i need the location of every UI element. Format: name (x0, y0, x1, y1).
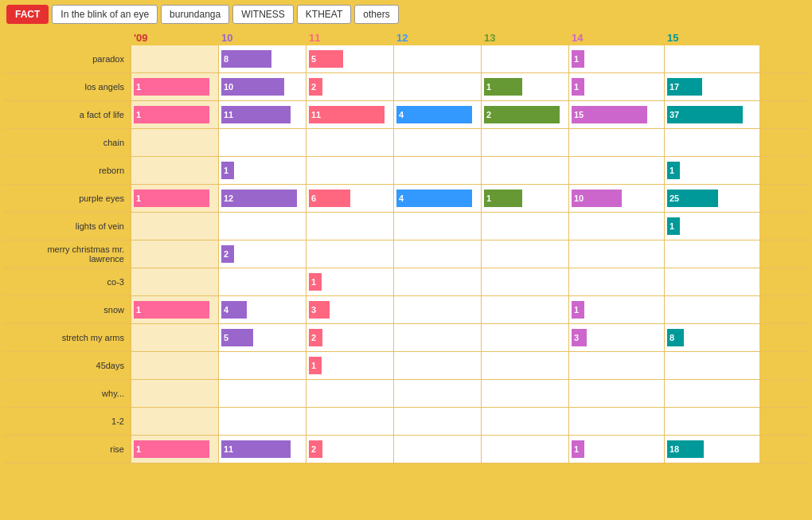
bar-value: 1 (667, 162, 680, 179)
cell-10: 10 (218, 73, 306, 100)
row-label: 45days (3, 361, 131, 370)
cell-11 (306, 408, 393, 435)
cell-09 (131, 380, 218, 407)
row-label: merry christmas mr.lawrence (3, 244, 131, 264)
col-header-15: 15 (664, 29, 759, 45)
table-row: purple eyes1126411025 (3, 185, 809, 213)
bar-value: 10 (572, 190, 622, 207)
bar-value: 2 (309, 78, 322, 96)
cell-12: 4 (393, 185, 481, 212)
cell-15 (664, 380, 759, 407)
bar-value: 4 (221, 301, 247, 319)
cell-12 (393, 213, 481, 240)
cell-14: 10 (568, 185, 664, 212)
bar-value: 1 (134, 78, 209, 96)
cell-09: 1 (131, 436, 218, 463)
cell-11: 11 (306, 101, 393, 128)
cell-10 (218, 380, 306, 407)
cell-15: 1 (664, 157, 759, 184)
cell-13: 1 (481, 185, 568, 212)
cell-14: 3 (568, 324, 664, 351)
bar-value: 11 (221, 440, 291, 458)
cell-10: 1 (218, 157, 306, 184)
bar-value: 11 (309, 106, 385, 123)
row-label: chain (3, 138, 131, 147)
bar-value: 1 (572, 50, 584, 68)
cell-14: 15 (568, 101, 664, 128)
row-label: stretch my arms (3, 333, 131, 342)
table-row: reborn11 (3, 157, 809, 185)
table-row: stretch my arms5238 (3, 324, 809, 352)
cell-09 (131, 324, 218, 351)
table-row: snow1431 (3, 296, 809, 324)
cell-14: 1 (568, 296, 664, 323)
bar-value: 17 (667, 78, 702, 96)
nav-tab-1[interactable]: In the blink of an eye (52, 5, 158, 24)
cell-13 (481, 352, 568, 379)
cell-10: 12 (218, 185, 306, 212)
nav-tab-2[interactable]: burundanga (161, 5, 229, 24)
bar-value: 5 (221, 329, 253, 346)
table-row: lights of vein1 (3, 213, 809, 240)
cell-09: 1 (131, 101, 218, 128)
header-row: '09101112131415 (131, 29, 809, 45)
cell-13: 2 (481, 101, 568, 128)
nav-tab-5[interactable]: others (354, 5, 398, 24)
cell-15: 8 (664, 324, 759, 351)
cell-14 (568, 352, 664, 379)
bar-value: 10 (221, 78, 284, 96)
cell-09: 1 (131, 185, 218, 212)
nav-tab-3[interactable]: WITNESS (232, 5, 294, 24)
cell-10 (218, 129, 306, 156)
cell-09 (131, 268, 218, 295)
cell-12: 4 (393, 101, 481, 128)
cell-14 (568, 157, 664, 184)
nav-tab-4[interactable]: KTHEAT (297, 5, 351, 24)
cell-09: 1 (131, 73, 218, 100)
cell-10 (218, 408, 306, 435)
col-header-11: 11 (306, 29, 393, 45)
cell-13 (481, 408, 568, 435)
cell-12 (393, 268, 481, 295)
bar-value: 11 (221, 106, 291, 123)
bar-value: 2 (221, 245, 234, 263)
table-row: rise1112118 (3, 436, 809, 463)
cell-12 (393, 73, 481, 100)
cell-12 (393, 240, 481, 268)
col-header-14: 14 (568, 29, 664, 45)
cell-09 (131, 129, 218, 156)
row-label: why... (3, 389, 131, 398)
cell-11 (306, 380, 393, 407)
cell-14: 1 (568, 436, 664, 463)
bar-value: 1 (572, 301, 584, 319)
bar-value: 1 (134, 190, 209, 207)
row-label: lights of vein (3, 221, 131, 231)
cell-11: 6 (306, 185, 393, 212)
cell-12 (393, 380, 481, 407)
bar-value: 2 (484, 106, 560, 123)
grid-container: '09101112131415 paradox851los angels1102… (0, 29, 812, 470)
bar-value: 1 (667, 217, 680, 235)
cell-11: 1 (306, 268, 393, 295)
cell-09 (131, 45, 218, 72)
cell-12 (393, 45, 481, 72)
cell-11: 3 (306, 296, 393, 323)
cell-10: 11 (218, 436, 306, 463)
bar-value: 15 (572, 106, 647, 123)
bar-value: 2 (309, 329, 322, 346)
cell-14 (568, 240, 664, 268)
cell-15 (664, 296, 759, 323)
cell-15 (664, 240, 759, 268)
cell-09 (131, 352, 218, 379)
cell-15 (664, 129, 759, 156)
nav-tab-0[interactable]: FACT (6, 5, 49, 24)
cell-14 (568, 380, 664, 407)
table-row: paradox851 (3, 45, 809, 73)
cell-12 (393, 296, 481, 323)
bar-value: 5 (309, 50, 343, 68)
cell-10 (218, 213, 306, 240)
bar-value: 1 (134, 440, 209, 458)
bar-value: 8 (667, 329, 684, 346)
row-label: los angels (3, 82, 131, 92)
row-label: reborn (3, 166, 131, 175)
